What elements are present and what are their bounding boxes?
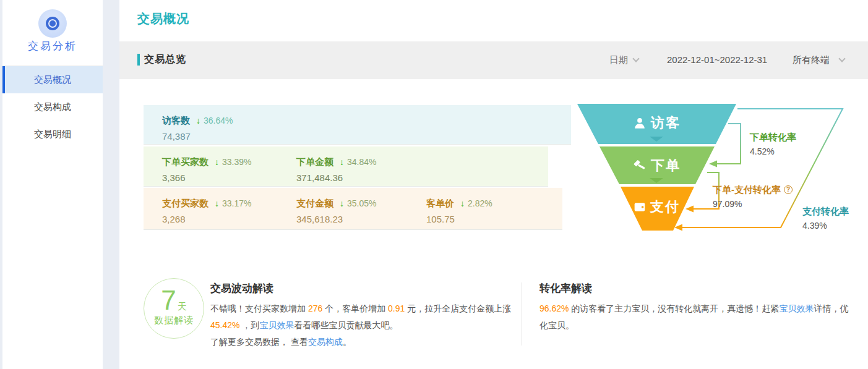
text-segment: 个，客单价增加 xyxy=(322,303,388,313)
metric-row-payments: 支付买家数↓33.17% 3,268 支付金额↓35.05% 345,618.2… xyxy=(144,188,562,230)
metric-row-orders: 下单买家数↓33.39% 3,366 下单金额↓34.84% 371,484.3… xyxy=(144,146,548,187)
text-segment: ，到 xyxy=(239,320,259,330)
item-effect-link[interactable]: 宝贝效果 xyxy=(259,320,294,330)
metric-delta: 33.39% xyxy=(222,157,251,167)
metric-order-amount: 下单金额↓34.84% 371,484.36 xyxy=(296,156,376,183)
metric-pay-amount: 支付金额↓35.05% 345,618.23 xyxy=(296,198,376,224)
metric-row-visitors: 访客数↓36.64% 74,387 xyxy=(144,105,571,145)
metric-delta: 35.05% xyxy=(347,198,376,208)
insight-paragraph: 不错哦！支付买家数增加 276 个，客单价增加 0.91 元，拉升全店支付金额上… xyxy=(210,300,523,334)
rate-value: 97.09% xyxy=(713,199,793,209)
badge-caption: 数据解读 xyxy=(144,315,204,326)
funnel-stage-label-order: 下单 xyxy=(577,156,736,175)
metric-delta: 34.84% xyxy=(347,157,376,167)
insight-title: 交易波动解读 xyxy=(210,281,523,295)
text-segment: 0.91 xyxy=(388,303,405,313)
item-effect-link[interactable]: 宝贝效果 xyxy=(779,303,814,313)
pay-conversion-rate: 支付转化率 4.39% xyxy=(802,206,849,231)
trade-composition-link[interactable]: 交易构成 xyxy=(308,337,343,347)
text-segment: 276 xyxy=(308,303,322,313)
seven-day-badge: 7天 数据解读 xyxy=(144,278,204,339)
sidebar-title: 交易分析 xyxy=(2,39,103,53)
date-dimension-select[interactable]: 日期 xyxy=(609,54,638,66)
rate-label: 下单-支付转化率 xyxy=(713,184,781,195)
rate-label: 下单转化率 xyxy=(750,132,796,143)
sidebar-menu: 交易概况 交易构成 交易明细 xyxy=(2,66,103,148)
badge-unit: 天 xyxy=(178,301,187,312)
sidebar-item-trade-detail[interactable]: 交易明细 xyxy=(2,121,103,148)
terminal-select[interactable]: 所有终端 xyxy=(793,54,844,66)
metric-label: 访客数 xyxy=(162,115,190,125)
sidebar-item-trade-overview[interactable]: 交易概况 xyxy=(2,66,103,93)
metric-pay-buyers: 支付买家数↓33.17% 3,268 xyxy=(162,198,251,224)
metric-label: 下单金额 xyxy=(296,156,333,167)
decrease-arrow-icon: ↓ xyxy=(340,198,344,208)
decrease-arrow-icon: ↓ xyxy=(340,157,344,167)
stage-label: 支付 xyxy=(650,198,680,216)
text-segment: 45.42% xyxy=(210,320,239,330)
transaction-overview-page: 交易分析 交易概况 交易构成 交易明细 交易概况 交易总览 日期 2022-12… xyxy=(0,0,868,369)
conversion-funnel: 访客 下单 支付 xyxy=(577,104,736,231)
fluctuation-insight: 交易波动解读 不错哦！支付买家数增加 276 个，客单价增加 0.91 元，拉升… xyxy=(210,281,523,350)
stage-label: 访客 xyxy=(651,114,681,132)
insight-paragraph: 了解更多交易数据， 查看交易构成。 xyxy=(210,334,523,350)
badge-number: 7 xyxy=(161,285,176,315)
rate-label: 支付转化率 xyxy=(802,206,849,218)
text-segment: 不错哦！支付买家数增加 xyxy=(210,303,308,313)
decrease-arrow-icon: ↓ xyxy=(196,116,200,125)
text-segment: 。 xyxy=(343,337,351,347)
decrease-arrow-icon: ↓ xyxy=(215,157,219,167)
metric-label: 客单价 xyxy=(426,198,454,208)
order-pay-conversion-rate: 下单-支付转化率? 97.09% xyxy=(713,184,793,209)
date-dimension-label: 日期 xyxy=(609,54,628,65)
terminal-label: 所有终端 xyxy=(793,54,830,65)
metric-value: 74,387 xyxy=(162,131,233,142)
page-title: 交易概况 xyxy=(137,11,189,27)
text-segment: 看看哪些宝贝贡献最大吧。 xyxy=(294,320,398,330)
chevron-down-icon xyxy=(838,55,845,62)
text-segment: 的访客看了主力宝贝，没有转化就离开，真遗憾！赶紧 xyxy=(569,303,779,313)
text-segment: 了解更多交易数据， 查看 xyxy=(210,337,308,347)
section-title: 交易总览 xyxy=(137,53,186,66)
metric-value: 345,618.23 xyxy=(296,214,376,224)
metric-value: 3,366 xyxy=(162,172,251,183)
metric-delta: 33.17% xyxy=(222,198,251,208)
metric-value: 3,268 xyxy=(162,214,251,224)
insight-divider xyxy=(522,282,522,346)
rate-value: 4.52% xyxy=(750,146,796,156)
help-icon[interactable]: ? xyxy=(784,185,793,194)
stage-label: 下单 xyxy=(651,156,681,175)
date-range-value[interactable]: 2022-12-01~2022-12-31 xyxy=(667,54,767,65)
logo-target-icon xyxy=(46,17,59,30)
metric-delta: 2.82% xyxy=(468,198,492,208)
gavel-icon xyxy=(633,159,647,172)
funnel-step-arrow-icon xyxy=(650,178,663,183)
text-segment: 元，拉升全店支付金额上涨 xyxy=(405,303,511,313)
conversion-insight: 转化率解读 96.62% 的访客看了主力宝贝，没有转化就离开，真遗憾！赶紧宝贝效… xyxy=(539,281,852,334)
metric-visitors: 访客数↓36.64% 74,387 xyxy=(162,115,233,142)
wallet-icon xyxy=(634,201,646,213)
text-segment: 96.62% xyxy=(539,303,569,313)
metric-delta: 36.64% xyxy=(204,116,233,125)
metric-avg-order-value: 客单价↓2.82% 105.75 xyxy=(426,198,492,224)
section-header-bar: 交易总览 日期 2022-12-01~2022-12-31 所有终端 xyxy=(119,41,868,79)
funnel-stage-label-visitor: 访客 xyxy=(577,114,736,132)
metric-value: 105.75 xyxy=(426,214,492,224)
metric-label: 支付买家数 xyxy=(162,198,208,208)
metric-value: 371,484.36 xyxy=(296,172,376,183)
decrease-arrow-icon: ↓ xyxy=(460,198,465,208)
chevron-down-icon xyxy=(632,55,639,62)
decrease-arrow-icon: ↓ xyxy=(215,198,219,208)
sidebar: 交易分析 交易概况 交易构成 交易明细 xyxy=(2,0,103,369)
user-icon xyxy=(633,116,647,130)
metric-label: 下单买家数 xyxy=(162,156,208,167)
sidebar-item-trade-composition[interactable]: 交易构成 xyxy=(2,93,103,121)
metric-order-buyers: 下单买家数↓33.39% 3,366 xyxy=(162,156,251,183)
funnel-step-arrow-icon xyxy=(650,137,663,142)
app-logo-icon xyxy=(38,9,67,38)
metric-label: 支付金额 xyxy=(296,198,333,208)
insight-paragraph: 96.62% 的访客看了主力宝贝，没有转化就离开，真遗憾！赶紧宝贝效果详情，优化… xyxy=(539,300,852,334)
main-content: 交易概况 交易总览 日期 2022-12-01~2022-12-31 所有终端 … xyxy=(119,0,868,369)
rate-value: 4.39% xyxy=(802,221,849,231)
order-conversion-rate: 下单转化率 4.52% xyxy=(750,132,796,156)
